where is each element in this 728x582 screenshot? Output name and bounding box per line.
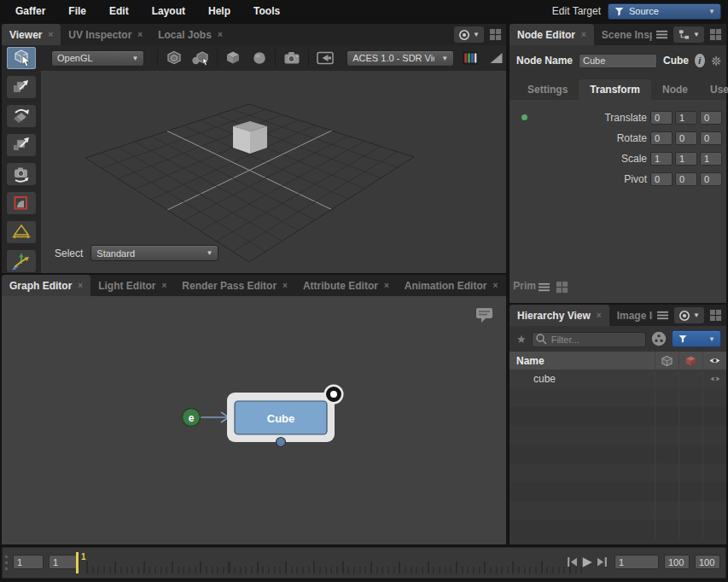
renderer-dropdown[interactable]: OpenGL ▼ <box>51 50 144 67</box>
info-icon[interactable]: i <box>695 54 705 67</box>
camera-settings-button[interactable] <box>282 49 302 67</box>
frame-ruler[interactable] <box>86 552 582 573</box>
node-graph-canvas[interactable]: e Cube <box>2 296 506 544</box>
display-transform-dropdown[interactable]: ACES 1.0 - SDR Video ▼ <box>347 50 454 67</box>
tab-image-inspector[interactable]: Image Inspe <box>609 305 653 326</box>
camera-tool-button[interactable] <box>7 163 36 185</box>
playback-frame-input[interactable] <box>614 555 659 569</box>
filter-input[interactable] <box>532 332 646 347</box>
layout-grid-icon[interactable] <box>709 28 722 41</box>
tab-node-editor[interactable]: Node Editor× <box>510 24 594 45</box>
pin-editor-button[interactable]: ▼ <box>674 307 704 323</box>
tab-attribute-editor[interactable]: Attribute Editor× <box>295 275 397 296</box>
menu-edit[interactable]: Edit <box>109 5 129 17</box>
cube-geometry[interactable] <box>233 121 267 154</box>
crop-window-tool-button[interactable] <box>7 192 36 214</box>
edit-target-dropdown[interactable]: Source ▼ <box>608 3 721 20</box>
channels-button[interactable] <box>460 49 480 67</box>
layout-grid-icon[interactable] <box>709 309 722 322</box>
tab-transform[interactable]: Transform <box>579 79 651 100</box>
rotate-y-input[interactable] <box>675 131 697 145</box>
gear-icon[interactable] <box>711 54 721 68</box>
menu-hamburger-icon[interactable] <box>655 29 668 40</box>
close-icon[interactable]: × <box>384 281 389 290</box>
layout-grid-icon[interactable] <box>489 28 502 41</box>
set-membership-column-header[interactable] <box>655 352 678 370</box>
filter-mode-dropdown[interactable]: ▼ <box>672 330 721 347</box>
select-mode-dropdown[interactable]: Standard ▼ <box>90 245 218 261</box>
menu-hamburger-icon[interactable] <box>656 310 669 321</box>
menu-layout[interactable]: Layout <box>152 5 185 17</box>
tab-scene-inspector[interactable]: Scene Inspecto <box>594 24 652 45</box>
close-icon[interactable]: × <box>282 281 288 290</box>
tab-graph-editor[interactable]: Graph Editor× <box>2 275 90 296</box>
menu-gaffer[interactable]: Gaffer <box>15 5 45 17</box>
menu-help[interactable]: Help <box>208 5 230 17</box>
tab-render-pass-editor[interactable]: Render Pass Editor× <box>174 275 295 296</box>
scale-y-input[interactable] <box>675 152 697 166</box>
tab-uv-inspector[interactable]: UV Inspector× <box>61 24 150 45</box>
scale-tool-button[interactable] <box>7 134 36 156</box>
rotate-z-input[interactable] <box>700 131 722 145</box>
scene-visibility-button[interactable] <box>190 49 211 67</box>
tab-local-jobs[interactable]: Local Jobs× <box>150 24 230 45</box>
visibility-toggle[interactable] <box>702 370 726 388</box>
tab-animation-editor[interactable]: Animation Editor× <box>397 275 506 296</box>
light-cone-tool-button[interactable] <box>7 221 36 243</box>
play-button[interactable] <box>581 556 593 568</box>
pivot-y-input[interactable] <box>675 172 697 186</box>
close-icon[interactable]: × <box>597 311 602 320</box>
current-frame-input[interactable] <box>49 555 79 569</box>
menu-hamburger-icon[interactable] <box>538 282 550 293</box>
close-icon[interactable]: × <box>218 30 223 39</box>
viewport-3d[interactable]: Select Standard ▼ <box>41 71 506 273</box>
node-name-input[interactable] <box>579 54 657 68</box>
playhead[interactable] <box>76 552 79 573</box>
translate-z-input[interactable] <box>700 111 722 125</box>
focus-ring-handle[interactable] <box>324 385 344 404</box>
translate-tool-button[interactable] <box>7 76 36 98</box>
layout-grid-icon[interactable] <box>556 281 568 294</box>
scene-row-cube[interactable]: cube <box>510 370 726 388</box>
bookmarks-star-icon[interactable]: ★ <box>516 333 527 346</box>
timeline-grip[interactable] <box>5 556 8 571</box>
selection-tool-button[interactable] <box>7 47 36 69</box>
go-to-end-button[interactable] <box>597 556 608 567</box>
translate-y-input[interactable] <box>675 111 697 125</box>
drawing-mode-button[interactable] <box>164 49 183 67</box>
tab-node[interactable]: Node <box>651 79 699 100</box>
close-icon[interactable]: × <box>581 30 586 39</box>
pin-editor-button[interactable]: ▼ <box>454 26 484 43</box>
close-icon[interactable]: × <box>137 30 143 39</box>
tab-user[interactable]: User <box>699 79 728 100</box>
shading-cube-button[interactable] <box>224 49 243 67</box>
close-icon[interactable]: × <box>78 281 83 290</box>
menu-file[interactable]: File <box>68 5 86 17</box>
close-icon[interactable]: × <box>162 281 167 290</box>
exposure-gamma-button[interactable] <box>486 49 506 67</box>
pivot-z-input[interactable] <box>700 172 722 186</box>
tab-hierarchy-view[interactable]: Hierarchy View× <box>510 305 609 326</box>
translate-x-input[interactable] <box>650 111 673 125</box>
scale-x-input[interactable] <box>650 152 673 166</box>
rotate-tool-button[interactable] <box>7 105 36 127</box>
expansion-menu-icon[interactable] <box>651 331 667 346</box>
expression-badge[interactable]: e <box>183 409 201 427</box>
tab-light-editor[interactable]: Light Editor× <box>90 275 174 296</box>
tab-viewer[interactable]: Viewer× <box>2 24 61 45</box>
exclusions-column-header[interactable] <box>678 352 702 370</box>
annotation-bubble-icon[interactable] <box>475 306 495 323</box>
tab-settings[interactable]: Settings <box>516 79 579 100</box>
scale-z-input[interactable] <box>700 152 722 166</box>
rotate-x-input[interactable] <box>650 131 673 145</box>
range-start-input[interactable] <box>13 555 44 569</box>
range-end-input[interactable] <box>664 555 690 569</box>
tab-primitive-inspector[interactable]: Prim <box>505 275 538 296</box>
close-icon[interactable]: × <box>492 281 498 290</box>
go-to-start-button[interactable] <box>567 556 578 567</box>
snapshot-compare-button[interactable] <box>315 49 335 67</box>
playback-end-input[interactable] <box>695 555 720 569</box>
output-plug[interactable] <box>277 438 286 447</box>
editor-focus-button[interactable]: ▼ <box>673 26 704 43</box>
visibility-column-header[interactable] <box>702 352 726 370</box>
